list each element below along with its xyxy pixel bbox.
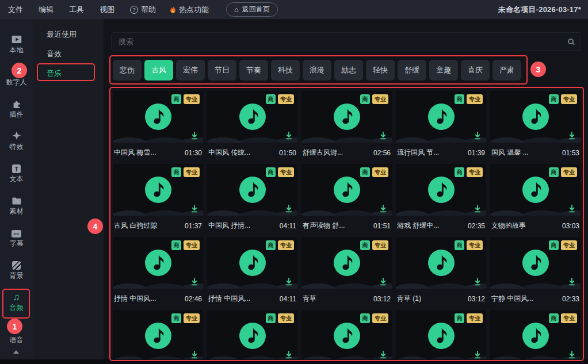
search-bar[interactable] [111, 32, 581, 51]
music-card[interactable]: 商 专业 [490, 310, 581, 359]
rail-item-local[interactable]: 本地 [0, 29, 33, 53]
download-icon[interactable] [285, 351, 293, 359]
back-home-button[interactable]: ⌂ 返回首页 [226, 2, 278, 17]
music-thumbnail[interactable]: 商 专业 [490, 164, 581, 216]
download-icon[interactable] [474, 205, 482, 213]
menu-edit[interactable]: 编辑 [39, 5, 54, 15]
rail-item-material[interactable]: 素材 [0, 190, 33, 214]
download-icon[interactable] [285, 278, 293, 286]
subpanel-item-sound-effects[interactable]: 音效 [33, 47, 104, 61]
category-tab[interactable]: 励志 [334, 60, 363, 81]
music-card[interactable]: 商 专业 中国风 抒情... [207, 164, 297, 232]
category-tab[interactable]: 节日 [208, 60, 236, 81]
category-tab[interactable]: 轻快 [366, 60, 395, 81]
music-thumbnail[interactable]: 商 专业 [301, 237, 392, 289]
music-thumbnail[interactable]: 商 专业 [207, 164, 297, 216]
music-thumbnail[interactable]: 商 专业 [396, 164, 486, 216]
music-card[interactable]: 商 专业 [301, 310, 392, 359]
music-card[interactable]: 商 专业 舒缓古风游... 0 [301, 91, 392, 159]
music-card[interactable]: 商 专业 抒情 中国风... [207, 237, 297, 305]
category-tab[interactable]: 严肃 [492, 60, 521, 81]
menu-tools[interactable]: 工具 [69, 5, 84, 15]
music-card[interactable]: 商 专业 流行国风 节... [396, 91, 486, 159]
music-thumbnail[interactable]: 商 专业 [490, 310, 581, 359]
rail-item-audio[interactable]: ♫ 音频 [0, 287, 33, 311]
category-tab[interactable]: 舒缓 [398, 60, 426, 81]
menu-file[interactable]: 文件 [8, 5, 23, 15]
music-thumbnail[interactable]: 商 专业 [207, 91, 297, 143]
music-meta: 中国风 传统... 01:50 [207, 143, 297, 158]
music-card[interactable]: 商 专业 [207, 310, 297, 359]
music-card[interactable]: 商 专业 抒情 中国风... [113, 237, 203, 305]
music-duration: 01:53 [562, 149, 579, 157]
download-icon[interactable] [190, 351, 198, 359]
menu-help[interactable]: ? 帮助 [130, 5, 156, 15]
music-card[interactable]: 商 专业 国风 温馨 ... [490, 91, 581, 159]
music-card[interactable]: 商 专业 有声读物 舒... [301, 164, 392, 232]
music-thumbnail[interactable]: 商 专业 [490, 237, 581, 289]
music-thumbnail[interactable]: 商 专业 [113, 164, 203, 216]
music-thumbnail[interactable]: 商 专业 [207, 237, 297, 289]
category-tab[interactable]: 童趣 [429, 60, 458, 81]
music-thumbnail[interactable]: 商 专业 [396, 91, 486, 143]
music-card[interactable]: 商 专业 中国风 梅雪... [113, 91, 203, 159]
category-tab[interactable]: 悲伤 [113, 60, 142, 81]
download-icon[interactable] [190, 132, 198, 140]
rail-item-plugins[interactable]: 插件 [0, 94, 33, 118]
category-tab[interactable]: 节奏 [239, 60, 268, 81]
download-icon[interactable] [190, 205, 198, 213]
download-icon[interactable] [474, 278, 482, 286]
search-icon[interactable] [568, 39, 574, 44]
download-icon[interactable] [474, 351, 482, 359]
music-card[interactable]: 商 专业 宁静 中国风... [490, 237, 581, 305]
subpanel-item-recent[interactable]: 最近使用 [33, 28, 104, 41]
music-thumbnail[interactable]: 商 专业 [301, 91, 392, 143]
rail-item-voice[interactable]: 语音 [0, 319, 33, 343]
music-thumbnail[interactable]: 商 专业 [301, 164, 392, 216]
menu-view[interactable]: 视图 [100, 5, 114, 15]
music-card[interactable]: 商 专业 [113, 310, 203, 359]
rail-item-subtitles[interactable]: cc 字幕 [0, 223, 33, 247]
music-card[interactable]: 商 专业 中国风 传统... [207, 91, 297, 159]
download-icon[interactable] [568, 351, 576, 359]
music-thumbnail[interactable]: 商 专业 [113, 310, 203, 359]
download-icon[interactable] [568, 132, 576, 140]
music-thumbnail[interactable]: 商 专业 [113, 91, 203, 143]
category-tab[interactable]: 喜庆 [461, 60, 490, 81]
music-note-icon [428, 177, 455, 203]
download-icon[interactable] [285, 132, 293, 140]
download-icon[interactable] [379, 205, 387, 213]
music-card[interactable]: 商 专业 [396, 310, 486, 359]
music-card[interactable]: 商 专业 古风 白驹过隙 01 [113, 164, 203, 232]
music-thumbnail[interactable]: 商 专业 [490, 91, 581, 143]
music-thumbnail[interactable]: 商 专业 [207, 310, 297, 359]
music-thumbnail[interactable]: 商 专业 [396, 237, 486, 289]
rail-item-text[interactable]: T 文本 [0, 158, 33, 182]
category-tab[interactable]: 科技 [271, 60, 300, 81]
music-thumbnail[interactable]: 商 专业 [113, 237, 203, 289]
download-icon[interactable] [474, 132, 482, 140]
download-icon[interactable] [190, 278, 198, 286]
music-thumbnail[interactable]: 商 专业 [301, 310, 392, 359]
category-tab[interactable]: 浪漫 [303, 60, 331, 81]
download-icon[interactable] [568, 205, 576, 213]
music-card[interactable]: 商 专业 文物的故事 03:0 [490, 164, 581, 232]
category-tab[interactable]: 宏伟 [176, 60, 205, 81]
music-card[interactable]: 商 专业 青草 (1) 03: [396, 237, 486, 305]
hot-features-button[interactable]: 热点功能 [170, 5, 209, 15]
music-card[interactable]: 商 专业 游戏 舒缓中... [396, 164, 486, 232]
subpanel-item-music[interactable]: 音乐 [33, 67, 104, 81]
music-thumbnail[interactable]: 商 专业 [396, 310, 486, 359]
download-icon[interactable] [379, 351, 387, 359]
download-icon[interactable] [568, 278, 576, 286]
rail-scroll-arrow-icon[interactable] [13, 350, 19, 354]
search-input[interactable] [119, 37, 563, 46]
rail-item-digital-human[interactable]: 数字人 [0, 62, 33, 86]
music-card[interactable]: 商 专业 青草 03:12 [301, 237, 392, 305]
download-icon[interactable] [379, 132, 387, 140]
download-icon[interactable] [285, 205, 293, 213]
rail-item-effects[interactable]: 特效 [0, 126, 33, 150]
rail-item-background[interactable]: 背景 [0, 255, 33, 279]
download-icon[interactable] [379, 278, 387, 286]
category-tab[interactable]: 古风 [144, 60, 173, 81]
